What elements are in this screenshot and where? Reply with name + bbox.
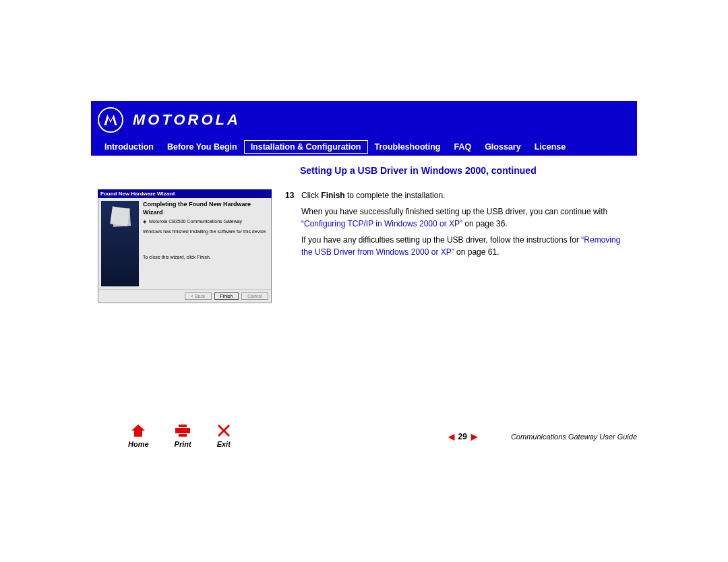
wizard-body: Completing the Found New Hardware Wizard…: [98, 198, 272, 303]
link-configuring-tcpip[interactable]: “Configuring TCP/IP in Windows 2000 or X…: [301, 219, 462, 228]
content-area: Setting Up a USB Driver in Windows 2000,…: [91, 156, 637, 455]
exit-button[interactable]: Exit: [217, 425, 231, 448]
svg-rect-2: [175, 428, 190, 433]
svg-rect-3: [179, 425, 187, 427]
body-row: Found New Hardware Wizard Completing the…: [98, 189, 630, 303]
wizard-screenshot: Found New Hardware Wizard Completing the…: [98, 189, 272, 303]
wizard-finish-button: Finish: [214, 292, 239, 300]
wizard-buttons: < Back Finish Cancel: [98, 289, 271, 303]
wizard-line1: Windows has finished installing the soft…: [143, 228, 268, 235]
paragraph-1: When you have successfully finished sett…: [285, 206, 630, 230]
wizard-heading: Completing the Found New Hardware Wizard: [143, 201, 268, 216]
nav-introduction[interactable]: Introduction: [98, 140, 160, 154]
brand-header: MOTOROLA: [91, 101, 637, 138]
nav-before-you-begin[interactable]: Before You Begin: [160, 140, 244, 154]
footer: Home Print Exit ◀ 29 ▶ Communications Ga…: [91, 425, 637, 448]
svg-rect-1: [112, 208, 131, 227]
wizard-line2: To close this wizard, click Finish.: [143, 254, 268, 260]
document-page: MOTOROLA Introduction Before You Begin I…: [91, 101, 637, 455]
step-number: 13: [285, 189, 301, 201]
prev-page-icon[interactable]: ◀: [448, 432, 454, 441]
nav-troubleshooting[interactable]: Troubleshooting: [368, 140, 448, 154]
home-icon: [131, 425, 145, 439]
nav-faq[interactable]: FAQ: [447, 140, 478, 154]
wizard-device-row: ◈ Motorola CB3500 Communications Gateway: [143, 218, 268, 224]
wizard-cancel-button: Cancel: [241, 292, 268, 300]
home-button[interactable]: Home: [128, 425, 149, 448]
wizard-side-graphic: [101, 201, 139, 286]
page-number: 29: [458, 432, 467, 441]
logo-icon: [98, 107, 123, 133]
device-icon: ◈: [143, 218, 146, 224]
print-label: Print: [175, 440, 191, 448]
nav-bar: Introduction Before You Begin Installati…: [91, 138, 637, 156]
wizard-text: Completing the Found New Hardware Wizard…: [143, 201, 268, 286]
print-button[interactable]: Print: [175, 425, 191, 448]
wizard-titlebar: Found New Hardware Wizard: [98, 189, 272, 198]
print-icon: [175, 425, 190, 439]
nav-glossary[interactable]: Glossary: [478, 140, 528, 154]
next-page-icon[interactable]: ▶: [471, 432, 477, 441]
pager: ◀ 29 ▶: [448, 432, 477, 441]
paragraph-2: If you have any difficulties setting up …: [285, 234, 630, 258]
wizard-device: Motorola CB3500 Communications Gateway: [149, 218, 242, 224]
svg-rect-4: [179, 434, 187, 437]
home-label: Home: [128, 440, 149, 448]
wizard-title: Found New Hardware Wizard: [100, 191, 175, 197]
step-13: 13 Click Finish to complete the installa…: [285, 189, 630, 201]
step-text: Click Finish to complete the installatio…: [301, 189, 630, 201]
nav-installation-configuration[interactable]: Installation & Configuration: [244, 140, 368, 154]
instruction-text: 13 Click Finish to complete the installa…: [272, 189, 630, 262]
nav-license[interactable]: License: [528, 140, 573, 154]
wizard-back-button: < Back: [185, 292, 212, 300]
brand-text: MOTOROLA: [133, 111, 241, 129]
exit-icon: [218, 425, 230, 439]
footer-buttons: Home Print Exit: [128, 425, 231, 448]
section-title: Setting Up a USB Driver in Windows 2000,…: [98, 165, 630, 176]
exit-label: Exit: [217, 440, 231, 448]
guide-title: Communications Gateway User Guide: [511, 433, 637, 441]
